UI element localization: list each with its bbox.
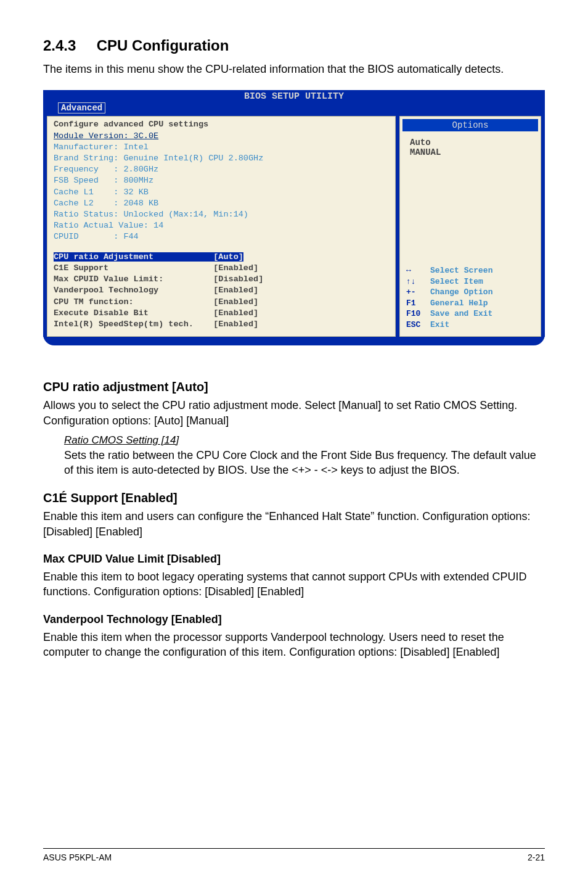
bios-screenshot: BIOS SETUP UTILITY Advanced Configure ad… xyxy=(43,90,545,345)
footer-page-number: 2-21 xyxy=(528,852,545,862)
footer-product: ASUS P5KPL-AM xyxy=(43,852,112,862)
bios-option[interactable]: MANUAL xyxy=(410,147,534,157)
bios-help-legend: ↔ Select Screen ↑↓ Select Item +- Change… xyxy=(400,259,541,336)
bios-title: BIOS SETUP UTILITY xyxy=(43,90,545,102)
bios-right-panel: Options AutoMANUAL ↔ Select Screen ↑↓ Se… xyxy=(399,116,541,337)
body-cpu-ratio: Allows you to select the CPU ratio adjus… xyxy=(43,398,545,428)
body-max-cpuid: Enable this item to boot legacy operatin… xyxy=(43,569,545,600)
section-intro: The items in this menu show the CPU-rela… xyxy=(43,62,545,76)
section-title: CPU Configuration xyxy=(97,37,229,54)
bios-module-version: Module Version: 3C.0E xyxy=(54,131,389,142)
section-number: 2.4.3 xyxy=(43,37,76,54)
bios-cpu-info: Manufacturer: Intel Brand String: Genuin… xyxy=(54,142,389,243)
bios-tab-advanced[interactable]: Advanced xyxy=(58,102,105,113)
heading-c1e: C1É Support [Enabled] xyxy=(43,491,545,505)
bios-option[interactable]: Auto xyxy=(410,138,534,147)
bios-config-header: Configure advanced CPU settings xyxy=(54,119,389,130)
bios-options-header: Options xyxy=(402,119,538,131)
heading-max-cpuid: Max CPUID Value Limit [Disabled] xyxy=(43,553,545,566)
body-c1e: Enable this item and users can configure… xyxy=(43,509,545,539)
subbody-ratio-cmos: Sets the ratio between the CPU Core Cloc… xyxy=(64,448,545,478)
subheading-ratio-cmos: Ratio CMOS Setting [14] xyxy=(64,434,545,447)
heading-cpu-ratio: CPU ratio adjustment [Auto] xyxy=(43,380,545,394)
heading-vanderpool: Vanderpool Technology [Enabled] xyxy=(43,613,545,626)
body-vanderpool: Enable this item when the processor supp… xyxy=(43,630,545,660)
section-heading: 2.4.3 CPU Configuration xyxy=(43,37,545,54)
bios-settings-list: CPU ratio Adjustment [Auto] C1E Support … xyxy=(54,252,389,331)
bios-options-list: AutoMANUAL xyxy=(400,131,541,157)
page-footer: ASUS P5KPL-AM 2-21 xyxy=(43,848,545,862)
bios-left-panel: Configure advanced CPU settings Module V… xyxy=(47,116,396,337)
